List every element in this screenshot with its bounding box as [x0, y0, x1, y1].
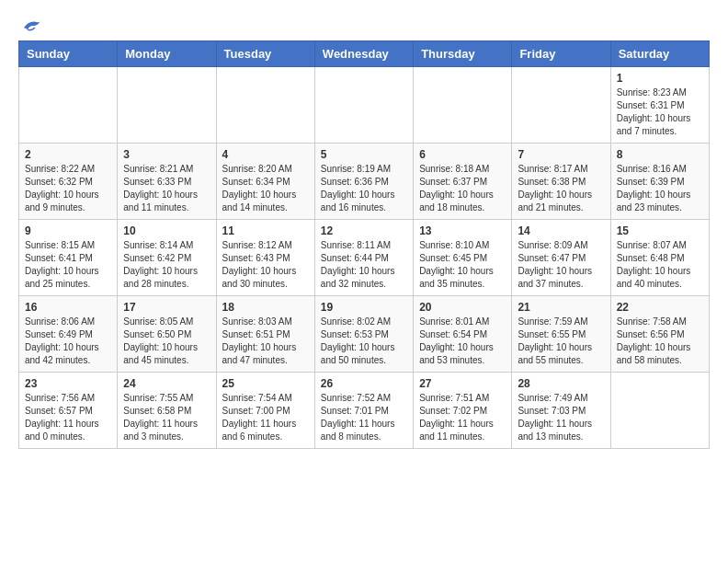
calendar-cell — [512, 67, 610, 144]
day-number: 9 — [25, 224, 111, 237]
day-number: 10 — [123, 224, 210, 237]
day-number: 27 — [419, 377, 506, 390]
calendar-cell: 28Sunrise: 7:49 AMSunset: 7:03 PMDayligh… — [512, 373, 610, 449]
calendar-cell: 17Sunrise: 8:05 AMSunset: 6:50 PMDayligh… — [118, 296, 216, 373]
day-number: 11 — [222, 224, 309, 237]
day-info: Sunrise: 7:54 AMSunset: 7:00 PMDaylight:… — [222, 392, 309, 443]
calendar-cell: 11Sunrise: 8:12 AMSunset: 6:43 PMDayligh… — [216, 220, 314, 296]
header — [18, 18, 710, 31]
day-number: 19 — [321, 301, 407, 314]
day-number: 15 — [617, 224, 703, 237]
calendar-cell: 16Sunrise: 8:06 AMSunset: 6:49 PMDayligh… — [19, 296, 118, 373]
calendar-cell: 25Sunrise: 7:54 AMSunset: 7:00 PMDayligh… — [216, 373, 314, 449]
calendar-cell: 18Sunrise: 8:03 AMSunset: 6:51 PMDayligh… — [216, 296, 314, 373]
calendar-cell: 24Sunrise: 7:55 AMSunset: 6:58 PMDayligh… — [118, 373, 216, 449]
day-number: 8 — [617, 148, 703, 161]
calendar-cell — [216, 67, 314, 144]
day-info: Sunrise: 7:51 AMSunset: 7:02 PMDaylight:… — [419, 392, 506, 443]
calendar-cell: 15Sunrise: 8:07 AMSunset: 6:48 PMDayligh… — [610, 220, 709, 296]
calendar-body: 1Sunrise: 8:23 AMSunset: 6:31 PMDaylight… — [19, 67, 710, 449]
day-info: Sunrise: 8:05 AMSunset: 6:50 PMDaylight:… — [123, 316, 210, 367]
week-row-0: 1Sunrise: 8:23 AMSunset: 6:31 PMDaylight… — [19, 67, 710, 144]
calendar-cell: 27Sunrise: 7:51 AMSunset: 7:02 PMDayligh… — [414, 373, 512, 449]
week-row-1: 2Sunrise: 8:22 AMSunset: 6:32 PMDaylight… — [19, 144, 710, 220]
day-info: Sunrise: 7:49 AMSunset: 7:03 PMDaylight:… — [518, 392, 604, 443]
day-number: 7 — [518, 148, 604, 161]
calendar-cell — [118, 67, 216, 144]
logo — [18, 18, 42, 31]
calendar-cell: 1Sunrise: 8:23 AMSunset: 6:31 PMDaylight… — [610, 67, 709, 144]
logo-bird-icon — [22, 18, 42, 35]
weekday-header-wednesday: Wednesday — [314, 41, 413, 67]
day-info: Sunrise: 8:12 AMSunset: 6:43 PMDaylight:… — [222, 239, 309, 291]
day-number: 23 — [25, 377, 111, 390]
weekday-header-tuesday: Tuesday — [216, 41, 314, 67]
day-info: Sunrise: 8:18 AMSunset: 6:37 PMDaylight:… — [419, 163, 506, 214]
calendar-cell: 14Sunrise: 8:09 AMSunset: 6:47 PMDayligh… — [512, 220, 610, 296]
day-info: Sunrise: 8:06 AMSunset: 6:49 PMDaylight:… — [25, 316, 111, 367]
day-number: 14 — [518, 224, 604, 237]
day-number: 2 — [25, 148, 111, 161]
day-info: Sunrise: 8:03 AMSunset: 6:51 PMDaylight:… — [222, 316, 309, 367]
calendar-cell: 4Sunrise: 8:20 AMSunset: 6:34 PMDaylight… — [216, 144, 314, 220]
week-row-4: 23Sunrise: 7:56 AMSunset: 6:57 PMDayligh… — [19, 373, 710, 449]
weekday-header-row: SundayMondayTuesdayWednesdayThursdayFrid… — [19, 41, 710, 67]
calendar-cell: 10Sunrise: 8:14 AMSunset: 6:42 PMDayligh… — [118, 220, 216, 296]
day-info: Sunrise: 7:58 AMSunset: 6:56 PMDaylight:… — [617, 316, 703, 367]
calendar-cell — [19, 67, 118, 144]
day-number: 28 — [518, 377, 604, 390]
day-info: Sunrise: 8:23 AMSunset: 6:31 PMDaylight:… — [617, 86, 703, 138]
calendar-cell: 19Sunrise: 8:02 AMSunset: 6:53 PMDayligh… — [314, 296, 413, 373]
weekday-header-friday: Friday — [512, 41, 610, 67]
calendar-cell: 26Sunrise: 7:52 AMSunset: 7:01 PMDayligh… — [314, 373, 413, 449]
day-number: 5 — [321, 148, 407, 161]
day-info: Sunrise: 8:16 AMSunset: 6:39 PMDaylight:… — [617, 163, 703, 214]
calendar-cell: 13Sunrise: 8:10 AMSunset: 6:45 PMDayligh… — [414, 220, 512, 296]
weekday-header-thursday: Thursday — [414, 41, 512, 67]
calendar-cell: 5Sunrise: 8:19 AMSunset: 6:36 PMDaylight… — [314, 144, 413, 220]
weekday-header-saturday: Saturday — [610, 41, 709, 67]
day-number: 17 — [123, 301, 210, 314]
calendar-cell: 9Sunrise: 8:15 AMSunset: 6:41 PMDaylight… — [19, 220, 118, 296]
calendar-cell: 6Sunrise: 8:18 AMSunset: 6:37 PMDaylight… — [414, 144, 512, 220]
day-info: Sunrise: 8:19 AMSunset: 6:36 PMDaylight:… — [321, 163, 407, 214]
day-number: 13 — [419, 224, 506, 237]
day-info: Sunrise: 8:17 AMSunset: 6:38 PMDaylight:… — [518, 163, 604, 214]
day-number: 20 — [419, 301, 506, 314]
day-number: 26 — [321, 377, 407, 390]
day-info: Sunrise: 8:02 AMSunset: 6:53 PMDaylight:… — [321, 316, 407, 367]
day-info: Sunrise: 7:56 AMSunset: 6:57 PMDaylight:… — [25, 392, 111, 443]
day-number: 22 — [617, 301, 703, 314]
day-number: 6 — [419, 148, 506, 161]
weekday-header-sunday: Sunday — [19, 41, 118, 67]
calendar-table: SundayMondayTuesdayWednesdayThursdayFrid… — [18, 40, 710, 449]
calendar-cell: 12Sunrise: 8:11 AMSunset: 6:44 PMDayligh… — [314, 220, 413, 296]
calendar-cell: 7Sunrise: 8:17 AMSunset: 6:38 PMDaylight… — [512, 144, 610, 220]
day-info: Sunrise: 7:55 AMSunset: 6:58 PMDaylight:… — [123, 392, 210, 443]
day-info: Sunrise: 8:11 AMSunset: 6:44 PMDaylight:… — [321, 239, 407, 291]
day-info: Sunrise: 8:09 AMSunset: 6:47 PMDaylight:… — [518, 239, 604, 291]
day-info: Sunrise: 7:59 AMSunset: 6:55 PMDaylight:… — [518, 316, 604, 367]
day-number: 18 — [222, 301, 309, 314]
day-info: Sunrise: 8:22 AMSunset: 6:32 PMDaylight:… — [25, 163, 111, 214]
week-row-2: 9Sunrise: 8:15 AMSunset: 6:41 PMDaylight… — [19, 220, 710, 296]
calendar-cell: 21Sunrise: 7:59 AMSunset: 6:55 PMDayligh… — [512, 296, 610, 373]
day-number: 4 — [222, 148, 309, 161]
day-number: 1 — [617, 72, 703, 85]
day-number: 12 — [321, 224, 407, 237]
calendar-cell — [414, 67, 512, 144]
calendar-cell: 2Sunrise: 8:22 AMSunset: 6:32 PMDaylight… — [19, 144, 118, 220]
calendar-cell: 3Sunrise: 8:21 AMSunset: 6:33 PMDaylight… — [118, 144, 216, 220]
calendar-cell: 8Sunrise: 8:16 AMSunset: 6:39 PMDaylight… — [610, 144, 709, 220]
day-info: Sunrise: 8:10 AMSunset: 6:45 PMDaylight:… — [419, 239, 506, 291]
week-row-3: 16Sunrise: 8:06 AMSunset: 6:49 PMDayligh… — [19, 296, 710, 373]
day-number: 25 — [222, 377, 309, 390]
day-number: 3 — [123, 148, 210, 161]
day-number: 21 — [518, 301, 604, 314]
calendar-cell: 23Sunrise: 7:56 AMSunset: 6:57 PMDayligh… — [19, 373, 118, 449]
day-number: 16 — [25, 301, 111, 314]
calendar-cell — [610, 373, 709, 449]
day-info: Sunrise: 8:15 AMSunset: 6:41 PMDaylight:… — [25, 239, 111, 291]
calendar-cell: 20Sunrise: 8:01 AMSunset: 6:54 PMDayligh… — [414, 296, 512, 373]
day-info: Sunrise: 8:01 AMSunset: 6:54 PMDaylight:… — [419, 316, 506, 367]
